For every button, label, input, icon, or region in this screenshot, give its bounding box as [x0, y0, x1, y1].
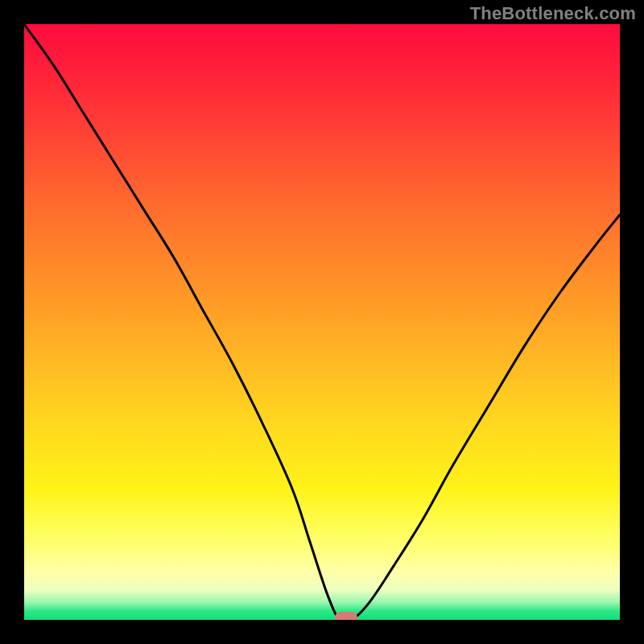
optimal-point-marker	[335, 612, 357, 620]
watermark-text: TheBottleneck.com	[470, 3, 636, 24]
plot-area	[24, 24, 620, 620]
chart-frame: TheBottleneck.com	[0, 0, 644, 644]
bottleneck-curve	[24, 24, 620, 620]
